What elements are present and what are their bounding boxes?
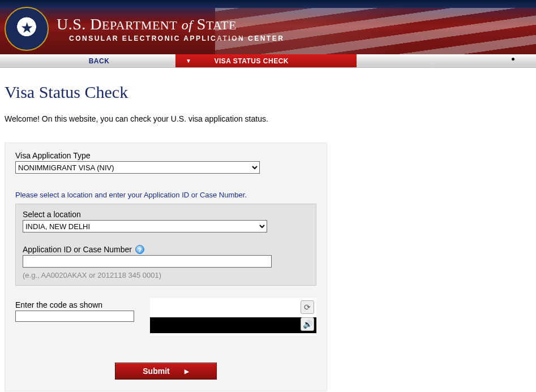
welcome-text: Welcome! On this website, you can check …: [5, 114, 531, 123]
location-select[interactable]: INDIA, NEW DELHI: [23, 220, 267, 232]
visa-type-select[interactable]: NONIMMIGRANT VISA (NIV): [15, 161, 260, 174]
visa-type-label: Visa Application Type: [15, 151, 316, 160]
captcha-image: YJ63H ⟳ 🔊: [150, 298, 316, 335]
captcha-label: Enter the code as shown: [15, 300, 134, 309]
appid-hint: (e.g., AA0020AKAX or 2012118 345 0001): [23, 271, 309, 279]
chevron-down-icon: ▼: [186, 58, 191, 64]
appid-input[interactable]: [23, 255, 272, 268]
captcha-left: Enter the code as shown: [15, 298, 134, 322]
captcha-audio-icon[interactable]: 🔊: [301, 317, 314, 331]
nav-bar: BACK ▼ VISA STATUS CHECK: [0, 54, 536, 68]
appid-row: Application ID or Case Number ?: [23, 245, 309, 268]
submit-row: Submit ▶: [15, 363, 316, 380]
captcha-refresh-icon[interactable]: ⟳: [301, 300, 314, 314]
flag-background: [215, 8, 536, 54]
t: of: [182, 18, 193, 32]
help-icon[interactable]: ?: [135, 245, 144, 254]
appid-label-wrap: Application ID or Case Number ?: [23, 245, 144, 254]
t: U.S. D: [57, 15, 102, 33]
t: S: [197, 15, 206, 33]
form-instruction: Please select a location and enter your …: [15, 191, 316, 199]
site-header: U.S. DEPARTMENT of STATE CONSULAR ELECTR…: [0, 0, 536, 54]
captcha-row: Enter the code as shown YJ63H ⟳ 🔊: [15, 298, 316, 335]
chevron-right-icon: ▶: [185, 368, 189, 374]
location-label: Select a location: [23, 210, 309, 219]
appid-label: Application ID or Case Number: [23, 245, 132, 254]
back-button[interactable]: BACK: [0, 54, 175, 67]
visa-status-label: VISA STATUS CHECK: [214, 57, 289, 65]
visa-status-tab[interactable]: ▼ VISA STATUS CHECK: [175, 54, 357, 67]
t: EPARTMENT: [102, 18, 177, 32]
status-form: Visa Application Type NONIMMIGRANT VISA …: [5, 143, 327, 391]
dot-icon: [512, 58, 514, 61]
submit-label: Submit: [143, 367, 169, 376]
submit-button[interactable]: Submit ▶: [115, 363, 217, 380]
state-dept-seal-icon: [5, 7, 49, 51]
captcha-code-text: YJ63H: [149, 298, 317, 335]
back-label: BACK: [89, 57, 110, 65]
page-title: Visa Status Check: [5, 83, 531, 102]
page-body: Visa Status Check Welcome! On this websi…: [0, 68, 536, 392]
captcha-input[interactable]: [15, 311, 134, 322]
location-box: Select a location INDIA, NEW DELHI Appli…: [15, 204, 316, 286]
